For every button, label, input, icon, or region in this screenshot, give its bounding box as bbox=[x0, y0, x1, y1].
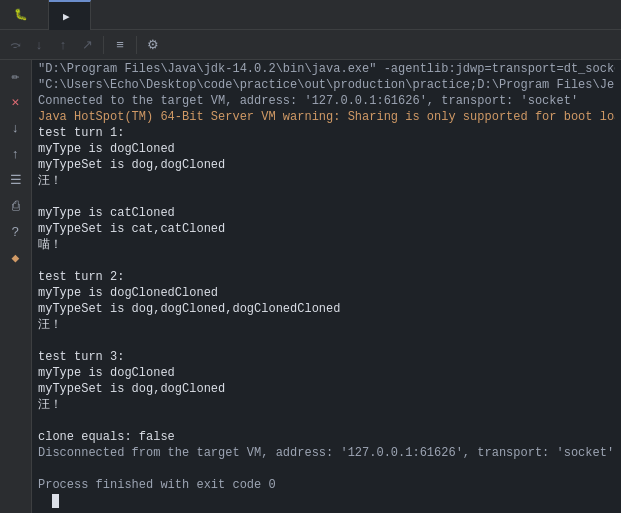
console-line: 汪！ bbox=[38, 317, 615, 333]
console-line: myType is dogCloned bbox=[38, 365, 615, 381]
console-line-text: myTypeSet is dog,dogCloned bbox=[38, 157, 615, 173]
console-line: "C:\Users\Echo\Desktop\code\practice\out… bbox=[38, 77, 615, 93]
toolbar-separator-2 bbox=[136, 36, 137, 54]
diamond-icon[interactable]: ◆ bbox=[4, 246, 28, 270]
help-icon[interactable]: ? bbox=[4, 220, 28, 244]
console-area[interactable]: "D:\Program Files\Java\jdk-14.0.2\bin\ja… bbox=[32, 60, 621, 513]
console-line-text: 汪！ bbox=[38, 397, 615, 413]
console-line: 汪！ bbox=[38, 397, 615, 413]
console-line bbox=[38, 461, 615, 477]
console-line-text: myType is dogCloned bbox=[38, 141, 615, 157]
left-sidebar: ✏ ✕ ↓ ↑ ☰ ⎙ ? ◆ bbox=[0, 60, 32, 513]
step-into-button[interactable]: ↓ bbox=[28, 34, 50, 56]
console-line: 喵！ bbox=[38, 237, 615, 253]
console-line: myType is dogClonedCloned bbox=[38, 285, 615, 301]
console-line: test turn 1: bbox=[38, 125, 615, 141]
scroll-down-icon[interactable]: ↓ bbox=[4, 116, 28, 140]
settings-button[interactable]: ⚙ bbox=[142, 34, 164, 56]
console-line: Process finished with exit code 0 bbox=[38, 477, 615, 493]
console-line: myTypeSet is dog,dogCloned bbox=[38, 381, 615, 397]
tab-console[interactable]: ▶ bbox=[49, 0, 91, 30]
console-line bbox=[38, 253, 615, 269]
console-line: test turn 2: bbox=[38, 269, 615, 285]
console-line-text: Java HotSpot(TM) 64-Bit Server VM warnin… bbox=[38, 109, 615, 125]
console-line: 汪！ bbox=[38, 173, 615, 189]
console-line: myTypeSet is cat,catCloned bbox=[38, 221, 615, 237]
console-line: myTypeSet is dog,dogCloned,dogClonedClon… bbox=[38, 301, 615, 317]
console-line: test turn 3: bbox=[38, 349, 615, 365]
console-line-text: Connected to the target VM, address: '12… bbox=[38, 93, 615, 109]
console-line-text: "D:\Program Files\Java\jdk-14.0.2\bin\ja… bbox=[38, 61, 615, 77]
run-to-cursor-button[interactable]: ↗ bbox=[76, 34, 98, 56]
tab-bar: 🐛 ▶ bbox=[0, 0, 621, 30]
console-line bbox=[38, 189, 615, 205]
console-line-text: "C:\Users\Echo\Desktop\code\practice\out… bbox=[38, 77, 615, 93]
console-line: myTypeSet is dog,dogCloned bbox=[38, 157, 615, 173]
console-line-text: myType is catCloned bbox=[38, 205, 615, 221]
console-line: "D:\Program Files\Java\jdk-14.0.2\bin\ja… bbox=[38, 61, 615, 77]
evaluate-button[interactable]: ≡ bbox=[109, 34, 131, 56]
step-over-button[interactable]: ⤼ bbox=[4, 34, 26, 56]
console-line bbox=[38, 333, 615, 349]
toolbar-separator-1 bbox=[103, 36, 104, 54]
edit-icon[interactable]: ✏ bbox=[4, 64, 28, 88]
console-line: Connected to the target VM, address: '12… bbox=[38, 93, 615, 109]
console-line bbox=[38, 413, 615, 429]
print-icon[interactable]: ⎙ bbox=[4, 194, 28, 218]
main-container: ✏ ✕ ↓ ↑ ☰ ⎙ ? ◆ "D:\Program Files\Java\j… bbox=[0, 60, 621, 513]
console-line-text: myType is dogCloned bbox=[38, 365, 615, 381]
console-line-text: clone equals: false bbox=[38, 429, 615, 445]
console-line-text: myTypeSet is dog,dogCloned,dogClonedClon… bbox=[38, 301, 615, 317]
step-out-button[interactable]: ↑ bbox=[52, 34, 74, 56]
console-line-text: myTypeSet is cat,catCloned bbox=[38, 221, 615, 237]
cursor-line bbox=[38, 493, 615, 509]
console-line-text: test turn 3: bbox=[38, 349, 615, 365]
cursor bbox=[52, 494, 59, 508]
menu-icon[interactable]: ☰ bbox=[4, 168, 28, 192]
console-line: myType is catCloned bbox=[38, 205, 615, 221]
tab-debugger[interactable]: 🐛 bbox=[0, 0, 49, 30]
console-line-text: Disconnected from the target VM, address… bbox=[38, 445, 615, 461]
console-line-text: myTypeSet is dog,dogCloned bbox=[38, 381, 615, 397]
console-line: Disconnected from the target VM, address… bbox=[38, 445, 615, 461]
scroll-up-icon[interactable]: ↑ bbox=[4, 142, 28, 166]
toolbar: ⤼ ↓ ↑ ↗ ≡ ⚙ bbox=[0, 30, 621, 60]
console-line: Java HotSpot(TM) 64-Bit Server VM warnin… bbox=[38, 109, 615, 125]
close-icon[interactable]: ✕ bbox=[4, 90, 28, 114]
console-line: clone equals: false bbox=[38, 429, 615, 445]
console-line-text: test turn 1: bbox=[38, 125, 615, 141]
console-line-text: Process finished with exit code 0 bbox=[38, 477, 615, 493]
debugger-icon: 🐛 bbox=[14, 8, 28, 21]
console-line-text: test turn 2: bbox=[38, 269, 615, 285]
console-line: myType is dogCloned bbox=[38, 141, 615, 157]
console-line-text: 汪！ bbox=[38, 173, 615, 189]
console-icon: ▶ bbox=[63, 10, 70, 23]
console-line-text: 汪！ bbox=[38, 317, 615, 333]
console-line-text: myType is dogClonedCloned bbox=[38, 285, 615, 301]
console-line-text: 喵！ bbox=[38, 237, 615, 253]
